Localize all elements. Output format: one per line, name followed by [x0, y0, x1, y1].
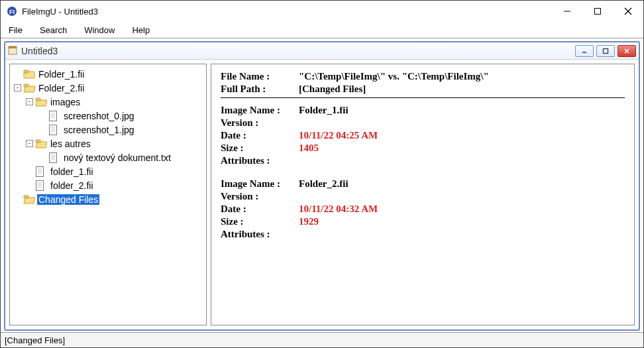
tree-item-label: Folder_2.fii [37, 83, 85, 93]
tree-item[interactable]: folder_2.fii [11, 178, 205, 192]
tree-item-label: les autres [49, 139, 92, 149]
size-label: Size : [221, 143, 299, 154]
child-titlebar: Untitled3 [5, 42, 639, 60]
svg-rect-22 [50, 125, 57, 135]
svg-text:FI: FI [9, 9, 15, 15]
tree-item[interactable]: screenshot_0.jpg [11, 109, 205, 123]
tree-spacer [39, 154, 46, 161]
image-detail-block: Image Name :Folder_1.fiiVersion :Date :1… [221, 105, 625, 166]
svg-rect-3 [595, 9, 601, 15]
size-value: 1929 [299, 216, 319, 227]
menubar: File Search Window Help [1, 22, 643, 38]
main-window: FI FileImgU - Untitled3 File Search Wind… [0, 0, 644, 348]
details-panel: File Name : "C:\Temp\FileImg\" vs. "C:\T… [211, 64, 635, 325]
collapse-icon[interactable]: - [26, 140, 33, 147]
mdi-area: Untitled3 Folder_1.fii-Folder_2.fii-imag… [1, 38, 643, 333]
window-title: FileImgU - Untitled3 [22, 7, 98, 17]
child-maximize-button[interactable] [596, 45, 615, 57]
folder-icon [23, 69, 35, 80]
full-path-value: [Changed Files] [299, 84, 366, 95]
svg-rect-28 [50, 152, 57, 162]
minimize-button[interactable] [552, 1, 582, 22]
tree-spacer [39, 112, 46, 119]
svg-rect-7 [9, 46, 17, 48]
file-name-label: File Name : [221, 71, 299, 82]
svg-rect-27 [36, 140, 40, 143]
tree-item-label: screenshot_1.jpg [62, 125, 136, 135]
tree-item[interactable]: -Folder_2.fii [11, 81, 205, 95]
date-label: Date : [221, 130, 299, 141]
child-body: Folder_1.fii-Folder_2.fii-imagesscreensh… [5, 60, 639, 329]
image-name-label: Image Name : [221, 178, 299, 190]
attributes-label: Attributes : [221, 229, 299, 240]
tree-item-label: screenshot_0.jpg [62, 111, 136, 121]
menu-window[interactable]: Window [81, 24, 117, 36]
tree-item-label: Changed Files [37, 194, 99, 205]
svg-rect-36 [36, 180, 44, 190]
child-window: Untitled3 Folder_1.fii-Folder_2.fii-imag… [4, 41, 640, 331]
tree-spacer [39, 126, 46, 133]
date-label: Date : [221, 203, 299, 215]
child-window-title: Untitled3 [21, 46, 58, 56]
svg-rect-32 [36, 166, 44, 176]
folder-open-icon [35, 139, 47, 149]
size-label: Size : [221, 216, 299, 227]
maximize-button[interactable] [582, 1, 613, 22]
date-value: 10/11/22 04:32 AM [299, 203, 378, 215]
titlebar: FI FileImgU - Untitled3 [1, 1, 643, 22]
svg-rect-9 [604, 48, 608, 53]
file-icon [35, 166, 47, 177]
tree-panel[interactable]: Folder_1.fii-Folder_2.fii-imagesscreensh… [9, 64, 207, 325]
file-icon [48, 125, 60, 135]
file-icon [48, 152, 60, 163]
status-bar: [Changed Files] [1, 333, 643, 347]
tree-item-label: nový textový dokument.txt [62, 152, 172, 163]
tree-item-label: folder_1.fii [49, 166, 95, 177]
date-value: 10/11/22 04:25 AM [299, 130, 378, 141]
folder-open-icon [35, 97, 47, 107]
close-button[interactable] [613, 1, 643, 22]
menu-search[interactable]: Search [37, 24, 70, 36]
tree-item-label: folder_2.fii [49, 180, 95, 191]
full-path-label: Full Path : [221, 84, 299, 95]
collapse-icon[interactable]: - [26, 98, 33, 105]
folder-open-icon [23, 83, 35, 93]
tree-item[interactable]: Changed Files [11, 192, 205, 206]
tree-spacer [26, 168, 33, 175]
tree-item[interactable]: nový textový dokument.txt [11, 150, 205, 164]
collapse-icon[interactable]: - [14, 84, 21, 91]
tree-item[interactable]: folder_1.fii [11, 164, 205, 178]
tree-item[interactable]: -les autres [11, 137, 205, 150]
version-label: Version : [221, 117, 299, 129]
child-close-button[interactable] [617, 45, 636, 57]
tree-spacer [26, 182, 33, 189]
svg-rect-41 [24, 196, 28, 198]
file-icon [48, 111, 60, 121]
tree-spacer [14, 70, 21, 78]
svg-rect-17 [36, 98, 40, 101]
image-name-value: Folder_1.fii [299, 105, 349, 116]
svg-rect-18 [50, 111, 57, 121]
menu-help[interactable]: Help [129, 24, 152, 36]
app-icon: FI [6, 5, 18, 17]
tree-item[interactable]: Folder_1.fii [11, 67, 205, 81]
menu-file[interactable]: File [6, 24, 25, 36]
svg-rect-13 [24, 70, 28, 73]
status-text: [Changed Files] [5, 335, 65, 345]
file-icon [35, 180, 47, 191]
image-name-label: Image Name : [221, 105, 299, 116]
child-window-icon [8, 46, 19, 56]
tree-item-label: Folder_1.fii [37, 69, 85, 80]
tree-item-label: images [49, 97, 81, 107]
child-minimize-button[interactable] [575, 45, 594, 57]
svg-rect-15 [24, 84, 28, 87]
image-name-value: Folder_2.fii [299, 178, 349, 190]
file-name-value: "C:\Temp\FileImg\" vs. "C:\Temp\FileImg\… [299, 71, 489, 82]
tree-item[interactable]: screenshot_1.jpg [11, 123, 205, 137]
folder-open-icon [23, 194, 35, 205]
tree-item[interactable]: -images [11, 95, 205, 109]
image-detail-block: Image Name :Folder_2.fiiVersion :Date :1… [221, 178, 625, 240]
version-label: Version : [221, 191, 299, 202]
details-separator [221, 97, 625, 98]
tree-spacer [14, 196, 21, 203]
